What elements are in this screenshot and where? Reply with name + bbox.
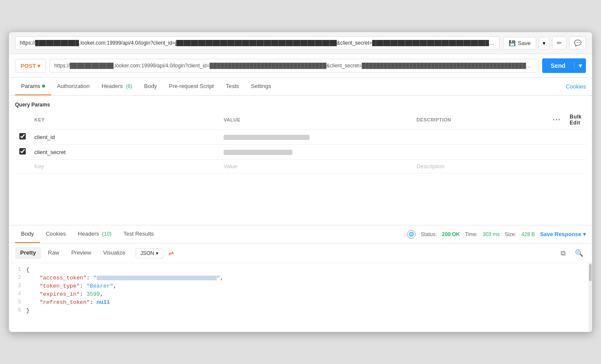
row3-check — [15, 160, 30, 173]
col-more-header: ··· — [549, 110, 565, 130]
send-chevron-icon: ▾ — [574, 62, 586, 69]
top-bar-actions: 💾 Save ▾ ✏ 💬 — [503, 36, 586, 49]
save-button[interactable]: 💾 Save — [503, 37, 536, 49]
tab-response-headers-label: Headers — [78, 231, 99, 237]
tab-response-cookies[interactable]: Cookies — [40, 225, 72, 243]
query-params-section: Query Params KEY VALUE DESCRIPTION ··· — [9, 96, 592, 173]
tab-prerequest[interactable]: Pre-request Script — [163, 78, 220, 95]
format-tab-visualize[interactable]: Visualize — [98, 247, 131, 259]
row1-desc[interactable] — [412, 130, 548, 145]
row3-extra — [549, 160, 565, 173]
code-line-4: 4 "expires_in": 3599, — [9, 290, 592, 298]
save-response-label: Save Response — [540, 231, 581, 237]
scrollbar-thumb — [589, 264, 592, 281]
size-value: 428 B — [522, 231, 535, 237]
format-tab-pretty[interactable]: Pretty — [15, 247, 41, 259]
method-select[interactable]: POST ▾ — [15, 59, 46, 73]
tab-settings-label: Settings — [251, 83, 271, 89]
scrollbar[interactable] — [589, 263, 592, 332]
bulk-edit-button[interactable]: Bulk Edit — [570, 114, 582, 126]
search-button[interactable]: 🔍 — [572, 247, 586, 259]
tab-headers[interactable]: Headers (6) — [96, 78, 138, 95]
edit-button[interactable]: ✏ — [552, 36, 567, 49]
row2-value[interactable] — [219, 145, 412, 160]
comment-icon: 💬 — [574, 39, 581, 46]
line-content-5: "refresh_token": null — [26, 299, 592, 306]
access-token-redacted — [97, 276, 217, 280]
col-desc-header: DESCRIPTION — [412, 110, 548, 130]
format-select-chevron-icon: ▾ — [156, 250, 158, 256]
line-num-6: 6 — [9, 307, 26, 313]
save-response-button[interactable]: Save Response ▾ — [540, 231, 586, 237]
code-line-2: 2 "access_token": "", — [9, 274, 592, 282]
code-wrapper: 1 { 2 "access_token": "", 3 "to — [9, 263, 592, 332]
tab-test-results[interactable]: Test Results — [117, 225, 160, 243]
tab-authorization-label: Authorization — [57, 83, 90, 89]
more-options-icon[interactable]: ··· — [553, 116, 561, 123]
tab-authorization[interactable]: Authorization — [51, 78, 96, 95]
line-num-5: 5 — [9, 299, 26, 305]
request-url-input[interactable]: https://████████████.looker.com:19999/ap… — [49, 59, 538, 73]
col-check-header — [15, 110, 30, 130]
line-content-2: "access_token": "", — [26, 275, 592, 281]
request-tabs: Params Authorization Headers (6) Body Pr… — [9, 78, 592, 96]
code-line-3: 3 "token_type": "Bearer", — [9, 282, 592, 290]
row2-check — [15, 145, 30, 160]
code-line-6: 6 } — [9, 306, 592, 315]
save-label: Save — [518, 40, 531, 46]
desc-placeholder: Description — [416, 163, 444, 170]
row1-checkbox[interactable] — [19, 133, 26, 140]
row3-desc[interactable]: Description — [412, 160, 548, 173]
row3-extra2 — [565, 160, 586, 173]
tab-body-label: Body — [144, 83, 157, 89]
code-line-1: 1 { — [9, 266, 592, 274]
copy-button[interactable]: ⧉ — [558, 247, 568, 259]
tab-settings[interactable]: Settings — [245, 78, 277, 95]
table-row: client_id — [15, 130, 586, 145]
row2-desc[interactable] — [412, 145, 548, 160]
save-dropdown-button[interactable]: ▾ — [539, 37, 549, 49]
format-tab-raw[interactable]: Raw — [43, 247, 64, 259]
line-content-3: "token_type": "Bearer", — [26, 283, 592, 289]
line-content-1: { — [26, 267, 592, 273]
format-select[interactable]: JSON ▾ — [136, 248, 163, 258]
time-value: 303 ms — [483, 231, 499, 237]
format-tab-preview[interactable]: Preview — [66, 247, 96, 259]
row1-value-redacted — [224, 135, 310, 140]
copy-icon: ⧉ — [561, 249, 565, 257]
tab-headers-label: Headers — [102, 83, 123, 89]
send-button[interactable]: Send ▾ — [542, 58, 586, 73]
tab-body[interactable]: Body — [138, 78, 163, 95]
size-label: Size: — [505, 231, 516, 237]
tab-test-results-label: Test Results — [123, 231, 154, 237]
top-url-display: https://████████████.looker.com:19999/ap… — [15, 36, 500, 49]
code-actions: ⧉ 🔍 — [558, 247, 586, 259]
edit-icon: ✏ — [557, 39, 562, 46]
row2-extra — [549, 145, 565, 160]
cookies-link[interactable]: Cookies — [566, 83, 586, 90]
method-label: POST — [21, 63, 36, 69]
tab-prerequest-label: Pre-request Script — [169, 83, 214, 89]
save-icon: 💾 — [509, 40, 516, 46]
tab-params[interactable]: Params — [15, 78, 51, 95]
main-window: https://████████████.looker.com:19999/ap… — [9, 32, 592, 332]
line-content-4: "expires_in": 3599, — [26, 291, 592, 297]
row1-key[interactable]: client_id — [30, 130, 219, 145]
row2-key[interactable]: client_secret — [30, 145, 219, 160]
format-tab-pretty-label: Pretty — [20, 249, 36, 256]
tab-response-body[interactable]: Body — [15, 225, 40, 243]
tab-tests[interactable]: Tests — [220, 78, 245, 95]
row1-value[interactable] — [219, 130, 412, 145]
status-value: 200 OK — [442, 231, 460, 237]
row2-checkbox[interactable] — [19, 148, 26, 155]
line-num-2: 2 — [9, 275, 26, 281]
request-bar: POST ▾ https://████████████.looker.com:1… — [9, 54, 592, 78]
table-row: client_secret — [15, 145, 586, 160]
tab-response-headers[interactable]: Headers (10) — [72, 225, 118, 243]
tab-params-label: Params — [21, 83, 40, 89]
line-num-3: 3 — [9, 283, 26, 289]
filter-button[interactable]: ⇌ — [165, 247, 177, 259]
row3-key[interactable]: Key — [30, 160, 219, 173]
row3-value[interactable]: Value — [219, 160, 412, 173]
comment-button[interactable]: 💬 — [569, 36, 586, 49]
